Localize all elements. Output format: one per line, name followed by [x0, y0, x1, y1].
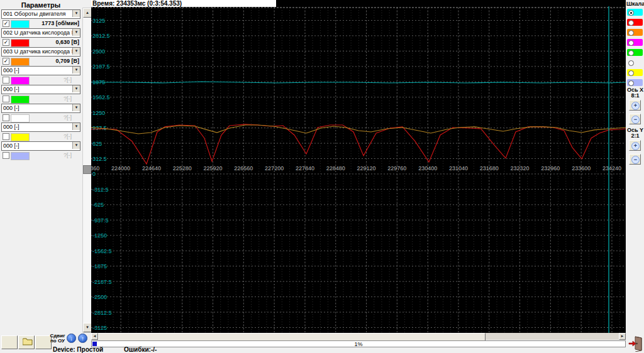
- channel-value-row: ?[-]: [1, 151, 80, 160]
- chevron-down-icon[interactable]: ▼: [72, 67, 80, 73]
- svg-text:228480: 228480: [326, 165, 345, 171]
- svg-text:-625: -625: [92, 202, 104, 208]
- svg-text:229760: 229760: [387, 165, 406, 171]
- channel-select-4[interactable]: 000 [-]▼: [1, 85, 80, 94]
- channel-current-value: 0,630 [В]: [55, 39, 79, 45]
- axis-y-zoom-out-button[interactable]: −: [629, 154, 641, 165]
- scale-channel-radio-2[interactable]: [627, 29, 643, 36]
- exit-button[interactable]: [628, 335, 643, 352]
- progress-percent: 1%: [92, 341, 625, 347]
- y-shift-down-button[interactable]: ↓: [67, 334, 76, 343]
- playback-progress-bar[interactable]: 1%: [91, 340, 626, 347]
- scroll-up-button[interactable]: ▲: [83, 8, 92, 18]
- channel-select-value: 000 [-]: [3, 85, 72, 93]
- svg-text:224000: 224000: [111, 165, 130, 171]
- channel-value-row: ✓0,709 [В]: [1, 57, 80, 65]
- channel-color-swatch: [11, 114, 30, 122]
- axis-x-ratio: 8:1: [631, 92, 639, 99]
- svg-text:-2500: -2500: [92, 294, 107, 300]
- channel-color-swatch: [11, 133, 30, 141]
- tool-button-1[interactable]: [1, 335, 18, 349]
- scroll-left-button[interactable]: ◄: [91, 333, 98, 340]
- chevron-down-icon[interactable]: ▼: [72, 123, 80, 130]
- channel-select-value: 002 U датчика кислорода №1. Банк: [3, 29, 72, 36]
- chevron-down-icon[interactable]: ▼: [72, 85, 80, 92]
- scroll-right-button[interactable]: ►: [619, 333, 626, 340]
- axis-x-zoom-out-button[interactable]: −: [629, 114, 641, 124]
- chevron-down-icon[interactable]: ▼: [72, 29, 80, 36]
- axis-x-zoom-in-button[interactable]: +: [629, 100, 641, 111]
- errors-status: Ошибки:-/-: [124, 346, 157, 353]
- channel-visible-checkbox[interactable]: ✓: [3, 39, 9, 46]
- channel-visible-checkbox[interactable]: [3, 95, 9, 102]
- channel-visible-checkbox[interactable]: [3, 114, 9, 121]
- svg-text:2812.5: 2812.5: [92, 33, 110, 39]
- svg-text:625: 625: [92, 141, 102, 147]
- arrow-down-icon: ↓: [70, 335, 73, 342]
- chevron-down-icon[interactable]: ▼: [72, 142, 80, 149]
- svg-text:229120: 229120: [357, 165, 376, 171]
- app-window: Параметры 001 Обороты двигателя▼✓1773 [о…: [0, 0, 644, 353]
- parameters-panel: Параметры 001 Обороты двигателя▼✓1773 [о…: [0, 0, 82, 353]
- axis-y-ratio: 2:1: [631, 133, 639, 139]
- channel-visible-checkbox[interactable]: ✓: [3, 20, 9, 27]
- y-shift-label: Сдвиг по ОУ: [49, 334, 66, 344]
- chart-scrollbar[interactable]: ◄ ►: [91, 333, 626, 340]
- svg-text:-312.5: -312.5: [92, 187, 109, 193]
- channel-visible-checkbox[interactable]: ✓: [3, 58, 9, 65]
- channel-select-0[interactable]: 001 Обороты двигателя▼: [1, 9, 80, 19]
- scale-channel-radio-3[interactable]: [627, 39, 643, 46]
- scroll-down-button[interactable]: ▼: [83, 323, 92, 332]
- channel-select-2[interactable]: 003 U датчика кислорода №2. Банк▼: [1, 47, 80, 57]
- scale-channel-radio-6[interactable]: [627, 69, 643, 76]
- scale-channel-radio-7[interactable]: [627, 79, 643, 86]
- channel-select-6[interactable]: 000 [-]▼: [1, 122, 80, 132]
- svg-text:1250: 1250: [92, 110, 105, 116]
- chevron-down-icon[interactable]: ▼: [72, 48, 80, 55]
- scale-channel-radio-4[interactable]: [627, 49, 643, 56]
- svg-text:231680: 231680: [480, 165, 499, 171]
- exit-door-icon: [628, 335, 643, 352]
- channel-current-value: ?[-]: [64, 133, 72, 139]
- radio-icon: [628, 10, 634, 16]
- channel-current-value: ?[-]: [64, 114, 72, 121]
- svg-text:312.5: 312.5: [92, 156, 107, 162]
- svg-text:1562.5: 1562.5: [92, 94, 110, 100]
- channel-select-1[interactable]: 002 U датчика кислорода №1. Банк▼: [1, 28, 80, 38]
- open-file-button[interactable]: [18, 335, 35, 349]
- svg-text:230400: 230400: [418, 165, 437, 171]
- channel-select-5[interactable]: 000 [-]▼: [1, 104, 80, 113]
- scale-channel-radio-1[interactable]: [627, 19, 643, 26]
- chevron-down-icon[interactable]: ▼: [72, 10, 80, 17]
- y-shift-up-button[interactable]: ↑: [78, 334, 87, 343]
- scale-channel-radio-5[interactable]: [627, 59, 643, 66]
- scrollbar-thumb[interactable]: [83, 165, 92, 174]
- channel-visible-checkbox[interactable]: [3, 77, 9, 84]
- trace-003-U-датчика-кислорода-№2: [91, 125, 626, 134]
- channel-visible-checkbox[interactable]: [3, 133, 9, 140]
- channel-visible-checkbox[interactable]: [3, 152, 9, 159]
- radio-icon: [628, 40, 634, 46]
- channel-select-3[interactable]: 000 [-]▼: [1, 66, 80, 75]
- scale-channel-radio-0[interactable]: [627, 9, 643, 16]
- channel-color-swatch: [11, 152, 30, 160]
- channel-list: 001 Обороты двигателя▼✓1773 [об/мин]002 …: [1, 9, 80, 160]
- chevron-down-icon[interactable]: ▼: [72, 104, 80, 111]
- axis-y-zoom-in-button[interactable]: +: [629, 140, 641, 151]
- radio-icon: [628, 50, 634, 56]
- scale-panel: Шкала Ось X 8:1 + − Ось Y 2:1 + −: [626, 0, 644, 353]
- svg-text:-1250: -1250: [92, 232, 107, 239]
- channel-current-value: 0,709 [В]: [55, 58, 79, 64]
- svg-text:2187.5: 2187.5: [92, 63, 110, 70]
- axis-y-label: Ось Y 2:1: [626, 128, 644, 139]
- svg-text:232960: 232960: [541, 165, 560, 171]
- arrow-up-icon: ↑: [81, 335, 84, 342]
- minus-icon: −: [631, 116, 640, 124]
- chart-canvas[interactable]: 31252812.525002187.518751562.51250937.56…: [91, 0, 626, 333]
- channel-color-swatch: [11, 39, 30, 47]
- svg-text:234240: 234240: [602, 165, 621, 171]
- channel-current-value: ?[-]: [64, 95, 72, 102]
- radio-icon: [628, 60, 634, 66]
- channel-select-value: 000 [-]: [3, 142, 72, 149]
- channel-select-7[interactable]: 000 [-]▼: [1, 141, 80, 151]
